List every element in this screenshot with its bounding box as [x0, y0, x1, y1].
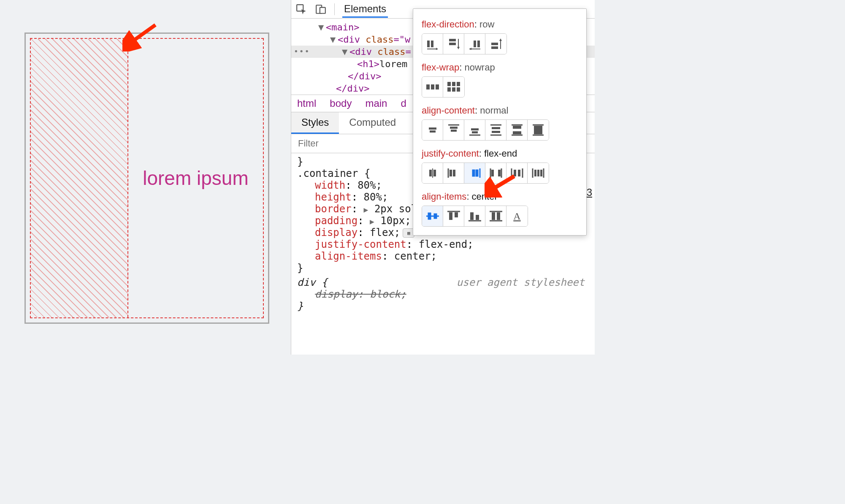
- svg-rect-13: [431, 84, 434, 89]
- flex-wrap-wrap-icon[interactable]: [443, 77, 464, 97]
- svg-rect-72: [492, 212, 495, 220]
- align-items-baseline-icon[interactable]: A: [506, 206, 528, 226]
- align-content-end-icon[interactable]: [464, 120, 485, 140]
- tab-elements[interactable]: Elements: [342, 0, 388, 18]
- svg-rect-64: [434, 214, 437, 219]
- svg-rect-44: [450, 170, 452, 176]
- svg-rect-55: [518, 170, 520, 176]
- toolbar-separator: [334, 3, 335, 15]
- align-items-start-icon[interactable]: [443, 206, 464, 226]
- svg-rect-24: [450, 127, 458, 129]
- flex-direction-column-icon[interactable]: [443, 34, 464, 54]
- svg-rect-19: [452, 87, 455, 92]
- svg-rect-14: [436, 84, 439, 89]
- align-content-start-icon[interactable]: [443, 120, 464, 140]
- svg-rect-11: [491, 46, 498, 49]
- container-box: lorem ipsum: [24, 33, 269, 324]
- svg-rect-31: [492, 131, 500, 133]
- svg-rect-47: [476, 170, 478, 176]
- flex-free-space-outline: lorem ipsum: [30, 38, 264, 318]
- preview-heading: lorem ipsum: [143, 167, 249, 190]
- justify-content-end-icon[interactable]: [464, 163, 485, 183]
- svg-rect-16: [452, 82, 455, 86]
- label-align-content: align-content: [422, 105, 475, 116]
- flex-free-space-hatch: [31, 39, 128, 317]
- flex-direction-row-reverse-icon[interactable]: [464, 34, 485, 54]
- align-content-space-around-icon[interactable]: [485, 120, 506, 140]
- align-content-options: [422, 119, 549, 141]
- flex-item-area: lorem ipsum: [128, 39, 263, 317]
- inspect-element-icon[interactable]: [295, 3, 307, 15]
- svg-rect-7: [449, 43, 456, 45]
- svg-rect-21: [429, 127, 436, 130]
- label-justify-content: justify-content: [422, 148, 479, 159]
- justify-content-center-icon[interactable]: [422, 163, 443, 183]
- svg-rect-51: [498, 170, 501, 176]
- svg-rect-68: [470, 212, 474, 220]
- svg-rect-42: [433, 170, 436, 176]
- svg-rect-10: [491, 43, 498, 45]
- svg-rect-58: [534, 170, 536, 176]
- label-flex-direction: flex-direction: [422, 19, 474, 30]
- svg-rect-60: [540, 170, 542, 176]
- align-content-space-between-icon[interactable]: [506, 120, 528, 140]
- align-content-center-icon[interactable]: [422, 120, 443, 140]
- align-items-center-icon[interactable]: [422, 206, 443, 226]
- tab-computed[interactable]: Computed: [339, 112, 406, 134]
- svg-rect-30: [492, 127, 500, 129]
- svg-rect-5: [431, 41, 433, 47]
- flexbox-editor-popover: flex-direction: row flex-wrap: nowrap al…: [413, 8, 587, 236]
- flex-direction-options: [422, 33, 507, 54]
- breadcrumb-main[interactable]: main: [365, 98, 387, 109]
- svg-rect-73: [497, 212, 500, 220]
- breadcrumb-div[interactable]: d: [401, 98, 406, 109]
- align-items-options: A: [422, 206, 528, 227]
- svg-rect-40: [429, 170, 432, 176]
- svg-rect-45: [453, 170, 455, 176]
- svg-rect-6: [449, 39, 456, 41]
- align-content-stretch-icon[interactable]: [528, 120, 549, 140]
- svg-rect-63: [428, 213, 431, 219]
- svg-rect-27: [472, 131, 478, 133]
- svg-text:A: A: [513, 211, 521, 222]
- align-items-stretch-icon[interactable]: [485, 206, 506, 226]
- svg-rect-17: [457, 82, 460, 86]
- svg-rect-26: [471, 128, 479, 130]
- label-flex-wrap: flex-wrap: [422, 62, 459, 73]
- svg-rect-69: [476, 215, 479, 220]
- svg-rect-50: [491, 170, 494, 176]
- svg-rect-12: [426, 84, 430, 89]
- justify-content-space-between-icon[interactable]: [485, 163, 506, 183]
- svg-rect-20: [457, 87, 460, 92]
- svg-rect-8: [474, 41, 476, 47]
- svg-rect-18: [447, 87, 451, 92]
- svg-rect-66: [449, 212, 452, 220]
- tab-styles[interactable]: Styles: [291, 112, 339, 134]
- align-items-end-icon[interactable]: [464, 206, 485, 226]
- svg-rect-9: [477, 41, 480, 47]
- svg-rect-38: [534, 126, 542, 134]
- flex-direction-column-reverse-icon[interactable]: [485, 34, 506, 54]
- svg-rect-54: [514, 170, 516, 176]
- justify-content-start-icon[interactable]: [443, 163, 464, 183]
- justify-content-space-evenly-icon[interactable]: [528, 163, 549, 183]
- svg-rect-25: [451, 130, 457, 132]
- flex-direction-row-icon[interactable]: [422, 34, 443, 54]
- flex-wrap-options: [422, 76, 465, 98]
- svg-rect-22: [430, 130, 436, 133]
- svg-rect-34: [513, 126, 521, 129]
- page-preview: lorem ipsum: [0, 0, 291, 355]
- label-align-items: align-items: [422, 191, 466, 202]
- svg-rect-67: [455, 212, 458, 217]
- svg-rect-3: [320, 7, 325, 13]
- svg-rect-46: [472, 170, 475, 176]
- breadcrumb-html[interactable]: html: [297, 98, 316, 109]
- justify-content-space-around-icon[interactable]: [506, 163, 528, 183]
- flex-wrap-nowrap-icon[interactable]: [422, 77, 443, 97]
- device-toolbar-icon[interactable]: [315, 3, 327, 15]
- user-agent-stylesheet-label: user agent stylesheet: [457, 276, 585, 288]
- svg-rect-4: [427, 41, 430, 47]
- breadcrumb-body[interactable]: body: [330, 98, 352, 109]
- svg-rect-15: [447, 82, 451, 86]
- justify-content-options: [422, 163, 549, 184]
